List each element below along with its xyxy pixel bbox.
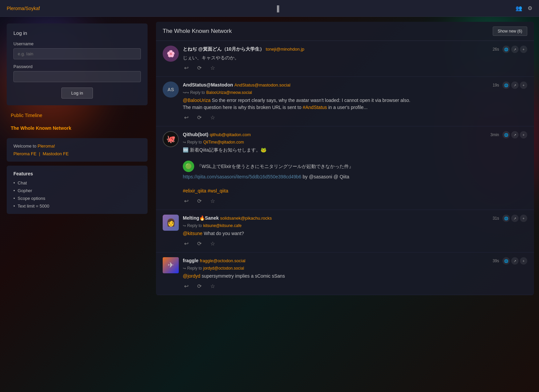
reply-forward-icon: ↪ — [183, 140, 186, 145]
post-footer: ↩ ⟳ ☆ — [183, 64, 527, 72]
login-title: Log in — [13, 30, 141, 36]
mastodon-fe-link[interactable]: Mastodon FE — [43, 151, 68, 156]
favorite-button[interactable]: ☆ — [209, 114, 216, 121]
post-content: とねぢ @箕面どん（10月から大学生） toneji@minohdon.jp 2… — [183, 46, 527, 72]
post-handle[interactable]: qithub@qiitadon.com — [210, 132, 251, 137]
retweet-button[interactable]: ⟳ — [196, 64, 203, 72]
password-input[interactable] — [13, 71, 141, 82]
reply-handle[interactable]: QiiTime@qiitadon.com — [203, 140, 244, 145]
plus-icon[interactable]: + — [520, 257, 527, 265]
public-timeline-link[interactable]: Public Timeline — [7, 109, 148, 121]
post-item: 🐙 Qithub(bot) qithub@qiitadon.com 3min 🌐… — [156, 126, 534, 210]
hashtag[interactable]: #wsl_qiita — [208, 188, 228, 193]
nav-links: Public Timeline The Whole Known Network — [7, 109, 148, 134]
plus-icon[interactable]: + — [520, 81, 527, 89]
favorite-button[interactable]: ☆ — [209, 64, 216, 72]
login-box: Log in Username Password Log in — [7, 23, 148, 105]
feed-title: The Whole Known Network — [163, 28, 232, 35]
users-icon[interactable] — [516, 5, 522, 12]
navbar-brand[interactable]: Pleroma/Soykaf — [7, 6, 40, 11]
retweet-button[interactable]: ⟳ — [196, 114, 203, 121]
expand-icon[interactable]: ↗ — [511, 81, 519, 89]
post-footer: ↩ ⟳ ☆ — [183, 197, 527, 205]
plus-icon[interactable]: + — [520, 131, 527, 138]
reply-button[interactable]: ↩ — [183, 114, 190, 121]
welcome-links: Pleroma FE | Mastodon FE — [13, 151, 141, 156]
post-link[interactable]: https://qiita.com/sasasoni/items/5ddb16d… — [183, 174, 301, 179]
retweet-button[interactable]: ⟳ — [196, 282, 203, 290]
gear-icon[interactable] — [528, 5, 532, 12]
favorite-button[interactable]: ☆ — [209, 197, 216, 205]
post-header: とねぢ @箕面どん（10月から大学生） toneji@minohdon.jp 2… — [183, 46, 527, 53]
post-content: AndStatus@Mastodon AndStatus@mastodon.so… — [183, 81, 527, 121]
mention[interactable]: @BalooUriza — [183, 98, 211, 103]
plus-icon[interactable]: + — [520, 215, 527, 222]
expand-icon[interactable]: ↗ — [511, 46, 519, 53]
post-handle[interactable]: fraggle@octodon.social — [200, 258, 246, 263]
globe-icon[interactable]: 🌐 — [502, 46, 510, 53]
retweet-button[interactable]: ⟳ — [196, 240, 203, 247]
reply-handle[interactable]: jordyd@octodon.social — [203, 266, 244, 271]
reply-button[interactable]: ↩ — [183, 197, 190, 205]
reply-line: ↪ Reply to jordyd@octodon.social — [183, 266, 527, 271]
globe-icon[interactable]: 🌐 — [502, 215, 510, 222]
reply-to-label: Reply to — [187, 266, 202, 271]
navbar-actions — [516, 5, 532, 12]
expand-icon[interactable]: ↗ — [511, 215, 519, 222]
globe-icon[interactable]: 🌐 — [502, 81, 510, 89]
post-inline-actions: 🌐 ↗ + — [502, 81, 527, 89]
globe-icon[interactable]: 🌐 — [502, 257, 510, 265]
expand-icon[interactable]: ↗ — [511, 131, 519, 138]
main-layout: Log in Username Password Log in Public T… — [0, 17, 539, 392]
pleroma-fe-link[interactable]: Pleroma FE — [13, 151, 37, 156]
post-handle[interactable]: solidsanek@pikachu.rocks — [220, 216, 272, 221]
post-item: AS AndStatus@Mastodon AndStatus@mastodon… — [156, 77, 534, 126]
reply-forward-icon: ↪ — [183, 266, 186, 271]
password-label: Password — [13, 64, 141, 69]
reply-forward-icon: ↪ — [183, 224, 186, 228]
post-body: じぇい、キャスやるのか。 — [183, 54, 527, 61]
post-inline-actions: 🌐 ↗ + — [502, 215, 527, 222]
post-handle[interactable]: AndStatus@mastodon.social — [234, 82, 290, 88]
reply-handle[interactable]: kitsune@kitsune.cafe — [203, 223, 241, 228]
mention[interactable]: @kitsune — [183, 231, 203, 236]
post-time: 26s — [493, 47, 499, 52]
reply-button[interactable]: ↩ — [183, 282, 190, 290]
avatar: ✈ — [163, 257, 179, 273]
favorite-button[interactable]: ☆ — [209, 240, 216, 247]
globe-icon[interactable]: 🌐 — [502, 131, 510, 138]
mention[interactable]: @jordyd — [183, 273, 200, 279]
features-list: Chat Gopher Scope options Text limit = 5… — [13, 180, 141, 209]
login-button[interactable]: Log in — [61, 88, 93, 99]
display-name: AndStatus@Mastodon — [183, 82, 233, 88]
post-content: Melting🔥Sanek solidsanek@pikachu.rocks 3… — [183, 215, 527, 247]
show-new-button[interactable]: Show new (6) — [493, 26, 527, 36]
hashtag[interactable]: #elixir_qiita — [183, 188, 206, 193]
reply-button[interactable]: ↩ — [183, 64, 190, 72]
post-handle[interactable]: toneji@minohdon.jp — [266, 47, 304, 52]
feed-container: The Whole Known Network Show new (6) 🌸 と… — [156, 22, 534, 295]
reply-line: ↪ Reply to kitsune@kitsune.cafe — [183, 223, 527, 228]
display-name: Qithub(bot) — [183, 132, 208, 137]
post-header: fraggle fraggle@octodon.social 39s 🌐 ↗ + — [183, 257, 527, 265]
plus-icon[interactable]: + — [520, 46, 527, 53]
whole-network-link[interactable]: The Whole Known Network — [7, 122, 148, 134]
post-inline-actions: 🌐 ↗ + — [502, 131, 527, 138]
avatar: 👩 — [163, 215, 179, 231]
sidebar: Log in Username Password Log in Public T… — [0, 17, 154, 392]
retweet-button[interactable]: ⟳ — [196, 197, 203, 205]
hashtag[interactable]: #AndStatus — [303, 105, 327, 110]
post-body: @BalooUriza So the error report clearly … — [183, 97, 527, 111]
post-body: @jordyd supersymmetry implies a sComic s… — [183, 273, 527, 280]
post-header: Melting🔥Sanek solidsanek@pikachu.rocks 3… — [183, 215, 527, 222]
display-name: とねぢ @箕面どん（10月から大学生） — [183, 46, 264, 52]
pleroma-link[interactable]: Pleroma! — [38, 144, 55, 149]
reply-button[interactable]: ↩ — [183, 240, 190, 247]
reply-to-label: Reply to — [190, 90, 205, 95]
favorite-button[interactable]: ☆ — [209, 282, 216, 290]
post-content: Qithub(bot) qithub@qiitadon.com 3min 🌐 ↗… — [183, 131, 527, 205]
post-content: fraggle fraggle@octodon.social 39s 🌐 ↗ +… — [183, 257, 527, 290]
username-input[interactable] — [13, 48, 141, 59]
reply-handle[interactable]: BalooUriza@meow.social — [206, 90, 252, 95]
expand-icon[interactable]: ↗ — [511, 257, 519, 265]
